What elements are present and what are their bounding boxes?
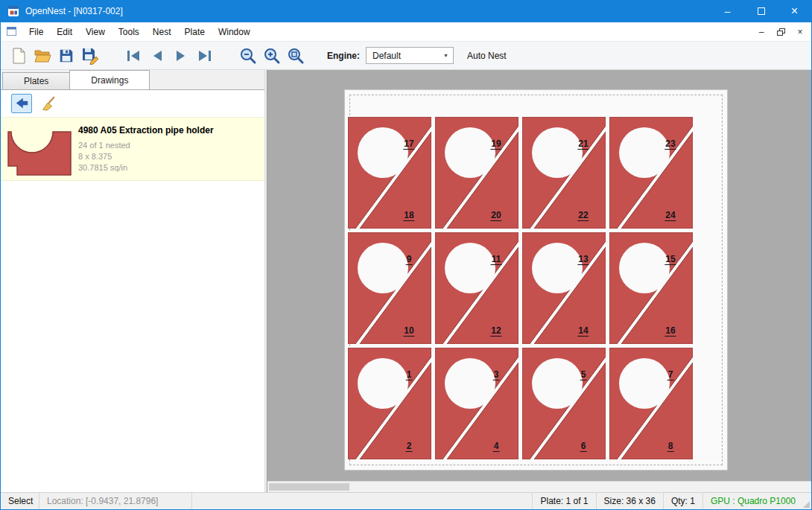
open-button[interactable]	[31, 44, 54, 68]
resize-grip[interactable]	[803, 501, 810, 508]
menu-file[interactable]: File	[22, 24, 50, 40]
maximize-button[interactable]	[744, 0, 778, 22]
part-number-bottom: 4	[493, 442, 500, 452]
sidebar-tabs: Plates Drawings	[1, 70, 264, 89]
nested-part-pair[interactable]: 23 24	[609, 117, 693, 229]
app-window: OpenNest - [N0317-002] – × File Edit Vie…	[0, 0, 812, 510]
status-size: Size: 36 x 36	[596, 493, 663, 509]
engine-value: Default	[372, 51, 401, 61]
part-number-top: 13	[577, 255, 589, 265]
status-location: Location: [-0.9437, 21.8796]	[39, 493, 192, 509]
maximize-icon	[758, 7, 765, 15]
nest-canvas[interactable]: 17 18 19 20 21 22 23 24 9 10	[267, 70, 811, 492]
nested-part-pair[interactable]: 15 16	[609, 232, 693, 344]
part-pair-shapes	[522, 348, 606, 459]
engine-label: Engine:	[327, 51, 360, 61]
status-mode: Select	[1, 493, 39, 509]
part-number-top: 17	[403, 139, 414, 150]
part-number-top: 9	[406, 255, 413, 265]
minimize-button[interactable]: –	[711, 0, 744, 22]
nested-part-pair[interactable]: 17 18	[348, 117, 431, 229]
part-pair-shapes	[522, 117, 606, 229]
part-number-bottom: 22	[577, 211, 589, 221]
drawing-title: 4980 A05 Extraction pipe holder	[78, 125, 214, 136]
pipe-notch	[532, 358, 583, 409]
part-number-top: 19	[490, 139, 501, 150]
nested-part-pair[interactable]: 21 22	[522, 117, 606, 229]
nested-part-pair[interactable]: 11 12	[435, 232, 518, 344]
window-title: OpenNest - [N0317-002]	[25, 6, 123, 16]
drawing-nested-count: 24 of 1 nested	[78, 140, 214, 151]
chevron-down-icon[interactable]: ▼	[443, 53, 448, 58]
menu-view[interactable]: View	[79, 24, 112, 40]
mdi-restore-button[interactable]	[773, 25, 789, 39]
pipe-notch	[619, 243, 670, 293]
nested-part-pair[interactable]: 9 10	[348, 232, 431, 344]
menu-nest[interactable]: Nest	[146, 24, 178, 40]
save-icon	[58, 48, 74, 64]
part-pair-shapes	[348, 232, 431, 344]
pipe-notch	[445, 243, 495, 293]
part-number-bottom: 16	[664, 326, 676, 337]
zoom-fit-button[interactable]	[284, 44, 308, 68]
menu-plate[interactable]: Plate	[178, 24, 212, 40]
part-number-bottom: 8	[667, 442, 674, 452]
part-pair-shapes	[348, 348, 431, 459]
nested-part-pair[interactable]: 13 14	[522, 232, 606, 344]
pipe-notch	[445, 358, 495, 409]
nested-part-pair[interactable]: 5 6	[522, 348, 606, 459]
save-as-button[interactable]	[78, 44, 102, 68]
zoom-out-button[interactable]	[236, 44, 260, 68]
part-number-bottom: 6	[580, 442, 587, 452]
last-arrow-icon	[195, 47, 215, 65]
main-content: Plates Drawings	[1, 70, 811, 492]
auto-nest-button[interactable]: Auto Nest	[467, 51, 507, 61]
document-icon	[6, 26, 18, 37]
drawing-dimensions: 8 x 8.375	[78, 151, 214, 162]
fit-part-button[interactable]	[11, 94, 32, 113]
plate-sheet[interactable]: 17 18 19 20 21 22 23 24 9 10	[344, 89, 728, 471]
blue-arrow-icon	[13, 96, 30, 111]
menu-tools[interactable]: Tools	[112, 24, 146, 40]
nested-part-pair[interactable]: 1 2	[348, 348, 431, 459]
first-plate-button[interactable]	[121, 44, 145, 68]
drawings-panel: 4980 A05 Extraction pipe holder 24 of 1 …	[1, 89, 264, 492]
engine-select[interactable]: Default ▼	[366, 47, 454, 64]
mdi-close-button[interactable]: ×	[792, 25, 808, 39]
part-pair-shapes	[435, 348, 518, 459]
scrollbar-thumb[interactable]	[269, 483, 349, 491]
nested-part-pair[interactable]: 19 20	[435, 117, 518, 229]
pipe-notch	[445, 127, 495, 178]
new-button[interactable]	[7, 44, 31, 68]
last-plate-button[interactable]	[193, 44, 217, 68]
part-number-top: 11	[491, 255, 502, 265]
clear-button[interactable]	[38, 94, 59, 113]
zoom-in-button[interactable]	[260, 44, 284, 68]
tab-drawings[interactable]: Drawings	[69, 70, 150, 89]
menu-window[interactable]: Window	[212, 24, 257, 40]
next-plate-button[interactable]	[169, 44, 193, 68]
part-number-top: 7	[667, 370, 674, 380]
horizontal-scrollbar[interactable]	[267, 481, 811, 492]
part-pair-shapes	[435, 117, 518, 229]
menu-bar: File Edit View Tools Nest Plate Window –…	[1, 22, 811, 42]
part-number-bottom: 12	[490, 326, 501, 337]
sidebar: Plates Drawings	[1, 70, 264, 492]
tab-plates[interactable]: Plates	[2, 72, 70, 89]
close-button[interactable]: ×	[778, 0, 811, 22]
part-number-top: 3	[493, 370, 500, 380]
pipe-notch	[358, 243, 408, 293]
mdi-minimize-button[interactable]: –	[753, 25, 770, 39]
drawing-list-item[interactable]: 4980 A05 Extraction pipe holder 24 of 1 …	[1, 117, 264, 181]
previous-plate-button[interactable]	[145, 44, 169, 68]
part-number-bottom: 24	[664, 211, 676, 221]
title-bar: OpenNest - [N0317-002] – ×	[1, 0, 811, 22]
nested-part-pair[interactable]: 7 8	[609, 348, 693, 459]
part-pair-shapes	[522, 232, 606, 344]
save-button[interactable]	[54, 44, 78, 68]
nested-part-pair[interactable]: 3 4	[435, 348, 518, 459]
part-pair-shapes	[609, 232, 693, 344]
part-shape-icon	[5, 120, 74, 178]
zoom-fit-icon	[287, 47, 305, 65]
menu-edit[interactable]: Edit	[50, 24, 79, 40]
